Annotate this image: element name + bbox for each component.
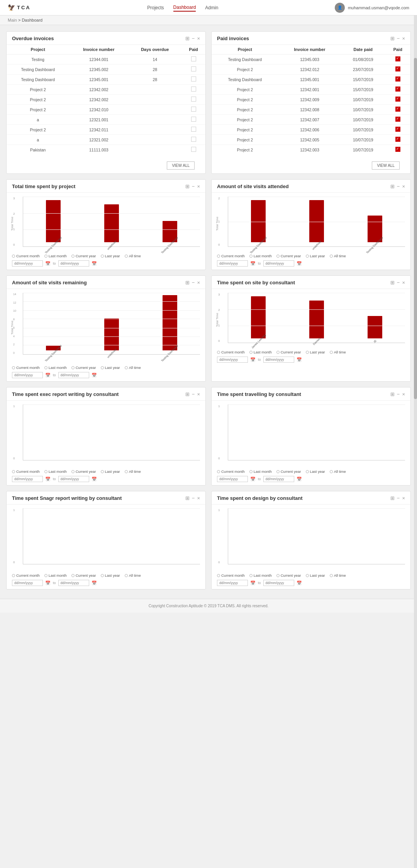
filter-all-time-2[interactable]: All time [330,254,346,258]
cal-to-5[interactable]: 📅 [92,477,97,482]
close-icon-8[interactable]: × [402,392,405,397]
filter-last-month[interactable]: Last month [44,254,67,258]
close-icon-6[interactable]: × [402,280,405,285]
resize-icon-5[interactable]: ⊞ [185,280,190,285]
filter-last-year[interactable]: Last year [101,254,120,258]
filter-last-month-4[interactable]: Last month [249,350,272,354]
minimize-icon-3[interactable]: − [192,184,195,189]
filter-current-year-4[interactable]: Current year [276,350,301,354]
filter-ly-5[interactable]: Last year [101,469,120,474]
calendar-to-icon[interactable]: 📅 [92,261,97,266]
close-icon-4[interactable]: × [402,184,405,189]
filter-all-time[interactable]: All time [125,254,141,258]
close-icon-9[interactable]: × [197,496,200,501]
filter-current-year[interactable]: Current year [71,254,96,258]
filter-lm-6[interactable]: Last month [249,469,272,474]
filter-current-month-4[interactable]: Current month [217,350,245,354]
close-icon-7[interactable]: × [197,392,200,397]
minimize-icon-2[interactable]: − [397,36,400,41]
filter-lm-5[interactable]: Last month [44,469,67,474]
close-icon-2[interactable]: × [402,36,405,41]
close-icon[interactable]: × [197,36,200,41]
filter-cy-7[interactable]: Current year [71,573,96,578]
minimize-icon[interactable]: − [192,36,195,41]
filter-cm-8[interactable]: Current month [217,573,245,578]
date-from-input-3[interactable] [12,372,43,378]
resize-icon-6[interactable]: ⊞ [390,280,395,285]
cal-to-6[interactable]: 📅 [297,477,302,482]
date-to-8[interactable] [263,580,294,586]
date-to-input-2[interactable] [263,260,294,267]
filter-at-5[interactable]: All time [125,469,141,474]
scrollbar-thumb[interactable] [414,58,417,399]
filter-current-month[interactable]: Current month [12,254,40,258]
cal-from-5[interactable]: 📅 [45,477,51,482]
cal-to-7[interactable]: 📅 [92,581,97,586]
resize-icon-10[interactable]: ⊞ [390,496,395,501]
close-icon-3[interactable]: × [197,184,200,189]
nav-projects[interactable]: Projects [147,4,164,11]
breadcrumb-main[interactable]: Main [8,18,17,22]
filter-last-year-2[interactable]: Last year [306,254,325,258]
resize-icon-9[interactable]: ⊞ [185,496,190,501]
calendar-to-icon-4[interactable]: 📅 [297,357,302,362]
date-to-7[interactable] [58,580,89,586]
nav-dashboard[interactable]: Dashboard [173,4,196,12]
date-to-5[interactable] [58,476,89,482]
minimize-icon-7[interactable]: − [192,392,195,397]
scrollbar[interactable] [414,15,417,613]
filter-ly-7[interactable]: Last year [101,573,120,578]
date-from-6[interactable] [217,476,248,482]
calendar-to-icon-3[interactable]: 📅 [92,373,97,378]
calendar-from-icon-3[interactable]: 📅 [45,373,51,378]
resize-icon[interactable]: ⊞ [185,36,190,41]
filter-all-time-3[interactable]: All time [125,365,141,370]
date-to-input-4[interactable] [263,357,294,363]
filter-cm-6[interactable]: Current month [217,469,245,474]
resize-icon-2[interactable]: ⊞ [390,36,395,41]
filter-at-6[interactable]: All time [330,469,346,474]
minimize-icon-10[interactable]: − [397,496,400,501]
date-from-input[interactable] [12,260,43,267]
filter-lm-8[interactable]: Last month [249,573,272,578]
cal-from-7[interactable]: 📅 [45,581,51,586]
minimize-icon-6[interactable]: − [397,280,400,285]
filter-cm-5[interactable]: Current month [12,469,40,474]
filter-ly-8[interactable]: Last year [306,573,325,578]
date-to-input[interactable] [58,260,89,267]
calendar-from-icon-2[interactable]: 📅 [250,261,256,266]
cal-from-8[interactable]: 📅 [250,581,256,586]
cal-to-8[interactable]: 📅 [297,581,302,586]
minimize-icon-4[interactable]: − [397,184,400,189]
date-from-input-4[interactable] [217,357,248,363]
filter-last-year-4[interactable]: Last year [306,350,325,354]
filter-current-year-2[interactable]: Current year [276,254,301,258]
resize-icon-7[interactable]: ⊞ [185,392,190,397]
resize-icon-8[interactable]: ⊞ [390,392,395,397]
filter-last-year-3[interactable]: Last year [101,365,120,370]
close-icon-10[interactable]: × [402,496,405,501]
paid-view-all-button[interactable]: VIEW ALL [372,161,400,170]
filter-current-year-3[interactable]: Current year [71,365,96,370]
filter-current-month-3[interactable]: Current month [12,365,40,370]
filter-current-month-2[interactable]: Current month [217,254,245,258]
filter-cy-6[interactable]: Current year [276,469,301,474]
date-to-6[interactable] [263,476,294,482]
cal-from-6[interactable]: 📅 [250,477,256,482]
calendar-to-icon-2[interactable]: 📅 [297,261,302,266]
date-from-input-2[interactable] [217,260,248,267]
filter-last-month-3[interactable]: Last month [44,365,67,370]
filter-cm-7[interactable]: Current month [12,573,40,578]
nav-admin[interactable]: Admin [205,4,218,11]
minimize-icon-8[interactable]: − [397,392,400,397]
resize-icon-4[interactable]: ⊞ [390,184,395,189]
filter-at-7[interactable]: All time [125,573,141,578]
resize-icon-3[interactable]: ⊞ [185,184,190,189]
date-from-8[interactable] [217,580,248,586]
minimize-icon-9[interactable]: − [192,496,195,501]
date-from-5[interactable] [12,476,43,482]
date-from-7[interactable] [12,580,43,586]
date-to-input-3[interactable] [58,372,89,378]
filter-at-8[interactable]: All time [330,573,346,578]
calendar-from-icon-4[interactable]: 📅 [250,357,256,362]
